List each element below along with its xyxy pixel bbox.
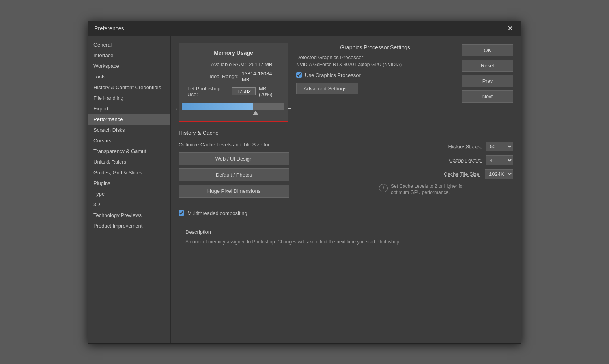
huge-pixel-button[interactable]: Huge Pixel Dimensions bbox=[179, 185, 289, 198]
cache-tile-row: Cache Tile Size: 1024K 512K 2048K bbox=[379, 169, 513, 179]
prev-button[interactable]: Prev bbox=[462, 75, 513, 87]
sidebar-item-history[interactable]: History & Content Credentials bbox=[88, 82, 170, 93]
title-bar: Preferences ✕ bbox=[88, 21, 521, 36]
info-icon: i bbox=[379, 184, 388, 192]
multithreaded-checkbox[interactable] bbox=[179, 210, 184, 216]
cache-info-text: Set Cache Levels to 2 or higher for opti… bbox=[391, 183, 478, 196]
memory-pct: MB (70%) bbox=[259, 86, 280, 97]
available-ram-value: 25117 MB bbox=[249, 62, 272, 67]
history-states-select[interactable]: 50 20 100 bbox=[486, 142, 513, 151]
multithreaded-label: Multithreaded compositing bbox=[187, 210, 247, 216]
ideal-range-label: Ideal Range: bbox=[187, 73, 239, 79]
sidebar-item-export[interactable]: Export bbox=[88, 103, 170, 114]
sidebar: General Interface Workspace Tools Histor… bbox=[88, 36, 171, 343]
sidebar-item-performance[interactable]: Performance bbox=[88, 114, 170, 125]
memory-slider-fill bbox=[182, 103, 253, 110]
memory-usage-box: Memory Usage Available RAM: 25117 MB Ide… bbox=[179, 43, 288, 122]
sidebar-item-guides[interactable]: Guides, Grid & Slices bbox=[88, 167, 170, 178]
cache-left: Optimize Cache Levels and Tile Size for:… bbox=[179, 142, 371, 201]
description-section: Description Amount of memory assigned to… bbox=[179, 224, 513, 337]
next-button[interactable]: Next bbox=[462, 90, 513, 103]
description-text: Amount of memory assigned to Photoshop. … bbox=[185, 238, 506, 245]
sidebar-item-tech-previews[interactable]: Technology Previews bbox=[88, 210, 170, 220]
ok-button[interactable]: OK bbox=[462, 44, 513, 56]
memory-value-input[interactable] bbox=[232, 87, 256, 95]
sidebar-item-file-handling[interactable]: File Handling bbox=[88, 93, 170, 103]
history-states-label: History States: bbox=[448, 144, 482, 149]
sidebar-item-transparency[interactable]: Transparency & Gamut bbox=[88, 146, 170, 157]
graphics-detected-value: NVIDIA GeForce RTX 3070 Laptop GPU (NVID… bbox=[296, 62, 454, 67]
memory-slider-track[interactable] bbox=[181, 103, 284, 110]
use-graphics-processor-label: Use Graphics Processor bbox=[305, 72, 361, 78]
available-ram-row: Available RAM: 25117 MB bbox=[187, 62, 280, 67]
let-use-row: Let Photoshop Use: MB (70%) bbox=[187, 86, 280, 97]
advanced-settings-button[interactable]: Advanced Settings... bbox=[296, 83, 358, 94]
memory-slider-row: - + bbox=[187, 103, 280, 115]
cache-body: Optimize Cache Levels and Tile Size for:… bbox=[179, 142, 513, 201]
optimize-label: Optimize Cache Levels and Tile Size for: bbox=[179, 142, 371, 147]
cache-levels-select[interactable]: 4 2 6 8 bbox=[486, 155, 513, 165]
sidebar-item-workspace[interactable]: Workspace bbox=[88, 61, 170, 71]
sidebar-item-plugins[interactable]: Plugins bbox=[88, 178, 170, 189]
slider-wrapper bbox=[181, 103, 284, 115]
graphics-detected-label: Detected Graphics Processor: bbox=[296, 54, 454, 60]
sidebar-item-scratch-disks[interactable]: Scratch Disks bbox=[88, 125, 170, 135]
slider-thumb-row bbox=[207, 111, 258, 115]
sidebar-item-units[interactable]: Units & Rulers bbox=[88, 157, 170, 167]
cache-tile-select[interactable]: 1024K 512K 2048K bbox=[485, 169, 513, 179]
web-ui-design-button[interactable]: Web / UI Design bbox=[179, 152, 289, 165]
cache-levels-row: Cache Levels: 4 2 6 8 bbox=[379, 155, 513, 165]
history-cache-title: History & Cache bbox=[179, 130, 513, 136]
use-graphics-processor-checkbox[interactable] bbox=[296, 72, 302, 78]
history-cache-section: History & Cache Optimize Cache Levels an… bbox=[179, 128, 513, 202]
sidebar-item-cursors[interactable]: Cursors bbox=[88, 135, 170, 146]
dialog-title: Preferences bbox=[94, 25, 124, 32]
history-states-row: History States: 50 20 100 bbox=[379, 142, 513, 151]
slider-increase-button[interactable]: + bbox=[288, 105, 291, 112]
dialog-body: General Interface Workspace Tools Histor… bbox=[88, 36, 521, 343]
sidebar-item-tools[interactable]: Tools bbox=[88, 71, 170, 82]
cache-right: History States: 50 20 100 Cache Levels: … bbox=[379, 142, 513, 196]
close-button[interactable]: ✕ bbox=[506, 25, 515, 32]
let-use-label: Let Photoshop Use: bbox=[187, 86, 229, 97]
multithreaded-row: Multithreaded compositing bbox=[179, 209, 513, 218]
right-buttons: OK Reset Prev Next bbox=[462, 43, 513, 103]
sidebar-item-3d[interactable]: 3D bbox=[88, 199, 170, 210]
sidebar-item-general[interactable]: General bbox=[88, 39, 170, 50]
memory-usage-title: Memory Usage bbox=[187, 50, 280, 56]
cache-info-row: i Set Cache Levels to 2 or higher for op… bbox=[379, 183, 513, 196]
slider-thumb[interactable] bbox=[253, 111, 258, 115]
slider-decrease-button[interactable]: - bbox=[176, 105, 177, 112]
top-section: Memory Usage Available RAM: 25117 MB Ide… bbox=[179, 43, 513, 122]
sidebar-item-interface[interactable]: Interface bbox=[88, 50, 170, 61]
graphics-title: Graphics Processor Settings bbox=[296, 44, 454, 50]
use-graphics-processor-row: Use Graphics Processor bbox=[296, 72, 454, 78]
reset-button[interactable]: Reset bbox=[462, 60, 513, 72]
preferences-dialog: Preferences ✕ General Interface Workspac… bbox=[88, 21, 521, 344]
cache-tile-label: Cache Tile Size: bbox=[444, 171, 481, 177]
description-title: Description bbox=[185, 229, 506, 235]
ideal-range-row: Ideal Range: 13814-18084 MB bbox=[187, 71, 280, 82]
sidebar-item-product-improvement[interactable]: Product Improvement bbox=[88, 220, 170, 231]
ideal-range-value: 13814-18084 MB bbox=[242, 71, 280, 82]
graphics-processor-box: Graphics Processor Settings Detected Gra… bbox=[296, 43, 454, 96]
default-photos-button[interactable]: Default / Photos bbox=[179, 168, 289, 181]
cache-levels-label: Cache Levels: bbox=[449, 157, 482, 163]
sidebar-item-type[interactable]: Type bbox=[88, 189, 170, 199]
available-ram-label: Available RAM: bbox=[194, 62, 246, 67]
main-content: Memory Usage Available RAM: 25117 MB Ide… bbox=[171, 36, 521, 343]
